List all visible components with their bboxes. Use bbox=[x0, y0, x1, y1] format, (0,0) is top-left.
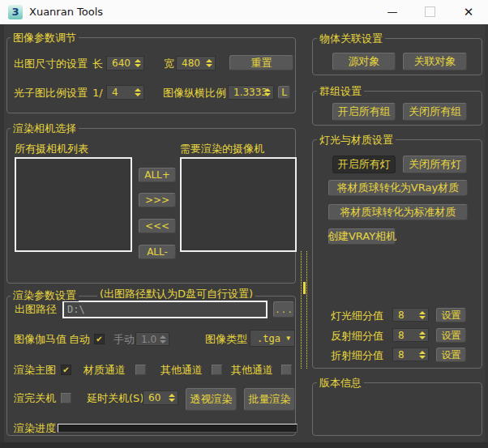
reset-button[interactable]: 重置 bbox=[229, 55, 293, 70]
spinner-arrows-icon[interactable] bbox=[419, 309, 426, 321]
photon-ratio-spinner[interactable]: 4 bbox=[106, 85, 144, 100]
open-all-groups-button[interactable]: 开启所有组 bbox=[332, 103, 396, 121]
reflect-subdiv-set-button[interactable]: 设置 bbox=[436, 328, 466, 343]
window-frame-right bbox=[485, 24, 488, 442]
group-version-info bbox=[312, 382, 482, 436]
perspective-render-button[interactable]: 透视渲染 bbox=[186, 388, 237, 411]
maximize-button bbox=[417, 0, 443, 23]
shutdown-checkbox[interactable]: ✔ bbox=[61, 393, 71, 403]
window-frame-left bbox=[0, 24, 4, 442]
xuanran-tools-window: { "window": { "title": "Xuanran Tools", … bbox=[0, 0, 488, 448]
refract-subdiv-spinner[interactable]: 8 bbox=[392, 348, 429, 361]
image-type-value: .tga bbox=[257, 333, 280, 344]
group-render-params-title: 渲染参数设置 bbox=[11, 289, 79, 301]
channel-other2-checkbox[interactable]: ✔ bbox=[281, 365, 292, 375]
link-object-button[interactable]: 关联对象 bbox=[403, 53, 467, 70]
light-subdiv-value: 8 bbox=[398, 309, 405, 321]
reflect-subdiv-value: 8 bbox=[398, 330, 405, 341]
width-value: 640 bbox=[112, 58, 131, 69]
light-subdiv-label: 灯光细分值 bbox=[331, 309, 383, 322]
batch-render-button[interactable]: 批量渲染 bbox=[244, 388, 295, 411]
spinner-arrows-icon[interactable] bbox=[264, 86, 271, 99]
rollout-scrollbar[interactable] bbox=[301, 251, 307, 369]
source-object-button[interactable]: 源对象 bbox=[332, 53, 396, 70]
check-icon: ✔ bbox=[96, 335, 102, 343]
height-spinner[interactable]: 480 bbox=[176, 56, 216, 70]
rollout-scrollbar-thumb[interactable] bbox=[303, 282, 306, 294]
aspect-ratio-label: 图像纵横比例 bbox=[163, 87, 226, 100]
width-spinner[interactable]: 640 bbox=[106, 56, 144, 70]
all-cameras-list[interactable] bbox=[15, 157, 132, 252]
close-button[interactable]: ✕ bbox=[456, 0, 482, 23]
group-camera-select-title: 渲染相机选择 bbox=[11, 122, 79, 134]
lights-off-button[interactable]: 关闭所有灯 bbox=[403, 156, 467, 173]
output-size-label: 出图尺寸的设置 bbox=[14, 58, 88, 70]
output-path-input[interactable]: D:\ bbox=[62, 301, 268, 318]
chevron-down-icon: ▼ bbox=[286, 335, 290, 342]
image-type-dropdown[interactable]: .tga ▼ bbox=[250, 330, 295, 347]
aspect-ratio-spinner[interactable]: 1.3333 bbox=[228, 85, 274, 100]
window-frame-bottom bbox=[0, 442, 488, 448]
remove-all-cameras-button[interactable]: ALL- bbox=[139, 245, 176, 259]
height-value: 480 bbox=[182, 58, 200, 69]
channel-main-label: 渲染主图 bbox=[14, 364, 56, 377]
spinner-arrows-icon[interactable] bbox=[419, 348, 426, 361]
create-vray-camera-button[interactable]: 创建VRAY相机 bbox=[328, 228, 396, 245]
refract-subdiv-value: 8 bbox=[398, 349, 405, 361]
render-cameras-label: 需要渲染的摄像机 bbox=[180, 143, 264, 156]
lights-on-button[interactable]: 开启所有灯 bbox=[332, 156, 396, 173]
spinner-arrows-icon bbox=[160, 333, 166, 345]
spinner-arrows-icon[interactable] bbox=[135, 86, 141, 99]
spinner-arrows-icon[interactable] bbox=[135, 57, 141, 70]
browse-path-button[interactable]: . . . bbox=[273, 301, 294, 318]
convert-to-standard-material-button[interactable]: 将材质球转化为标准材质 bbox=[328, 204, 468, 220]
convert-to-vray-material-button[interactable]: 将材质球转化为VRay材质 bbox=[328, 180, 468, 196]
group-group-settings-title: 群组设置 bbox=[317, 85, 364, 97]
refract-subdiv-label: 折射细分值 bbox=[331, 349, 383, 362]
shutdown-delay-label: 延时关机(S) bbox=[87, 392, 143, 405]
gamma-auto-checkbox[interactable]: ✔ bbox=[94, 334, 105, 344]
shutdown-delay-value: 60 bbox=[148, 392, 161, 403]
spinner-arrows-icon[interactable] bbox=[206, 57, 212, 70]
channel-other1-checkbox[interactable]: ✔ bbox=[212, 365, 222, 375]
check-icon: ✔ bbox=[62, 366, 69, 374]
output-path-label: 出图路径 bbox=[15, 303, 57, 316]
render-progress-label: 渲染进度 bbox=[14, 422, 56, 435]
titlebar: 3 Xuanran Tools — ✕ bbox=[0, 0, 488, 24]
aspect-ratio-value: 1.3333 bbox=[233, 87, 268, 98]
add-all-cameras-button[interactable]: ALL+ bbox=[139, 168, 176, 182]
aspect-lock-button[interactable]: L bbox=[278, 86, 290, 99]
gamma-manual-label: 手动 bbox=[113, 333, 135, 346]
add-camera-button[interactable]: >>> bbox=[139, 193, 176, 207]
channel-material-label: 材质通道 bbox=[83, 364, 126, 377]
path-note-label: (出图路径默认为D盘可自行设置) bbox=[97, 288, 255, 300]
height-label: 宽 bbox=[164, 58, 174, 70]
gamma-manual-spinner: 1.0 bbox=[135, 332, 169, 346]
channel-other1-label: 其他通道 bbox=[161, 364, 203, 377]
minimize-button[interactable]: — bbox=[379, 0, 405, 23]
spinner-arrows-icon[interactable] bbox=[169, 391, 175, 404]
width-label: 长 bbox=[92, 58, 103, 70]
close-all-groups-button[interactable]: 关闭所有组 bbox=[403, 103, 467, 121]
all-cameras-label: 所有摄相机列表 bbox=[15, 143, 88, 156]
light-subdiv-set-button[interactable]: 设置 bbox=[436, 308, 466, 322]
remove-camera-button[interactable]: <<< bbox=[139, 219, 176, 233]
channel-material-checkbox[interactable]: ✔ bbox=[135, 365, 146, 375]
render-cameras-list[interactable] bbox=[180, 157, 297, 252]
close-icon: ✕ bbox=[464, 5, 474, 19]
group-version-info-title: 版本信息 bbox=[317, 377, 364, 389]
maximize-icon bbox=[425, 6, 435, 17]
refract-subdiv-set-button[interactable]: 设置 bbox=[436, 348, 466, 362]
light-subdiv-spinner[interactable]: 8 bbox=[392, 308, 429, 322]
gamma-label: 图像伽马值 bbox=[14, 333, 66, 346]
channel-main-checkbox[interactable]: ✔ bbox=[61, 365, 71, 375]
reflect-subdiv-spinner[interactable]: 8 bbox=[392, 328, 429, 342]
shutdown-delay-spinner[interactable]: 60 bbox=[143, 390, 178, 405]
group-image-params bbox=[6, 37, 296, 113]
reflect-subdiv-label: 反射细分值 bbox=[331, 330, 383, 343]
group-object-link-title: 物体关联设置 bbox=[317, 32, 385, 45]
shutdown-label: 渲完关机 bbox=[14, 392, 56, 405]
main-panel: 图像参数调节 出图尺寸的设置 长 640 宽 480 重置 光子图比例设置 1/… bbox=[0, 24, 488, 448]
spinner-arrows-icon[interactable] bbox=[419, 329, 426, 341]
photon-prefix-label: 1/ bbox=[92, 87, 103, 100]
